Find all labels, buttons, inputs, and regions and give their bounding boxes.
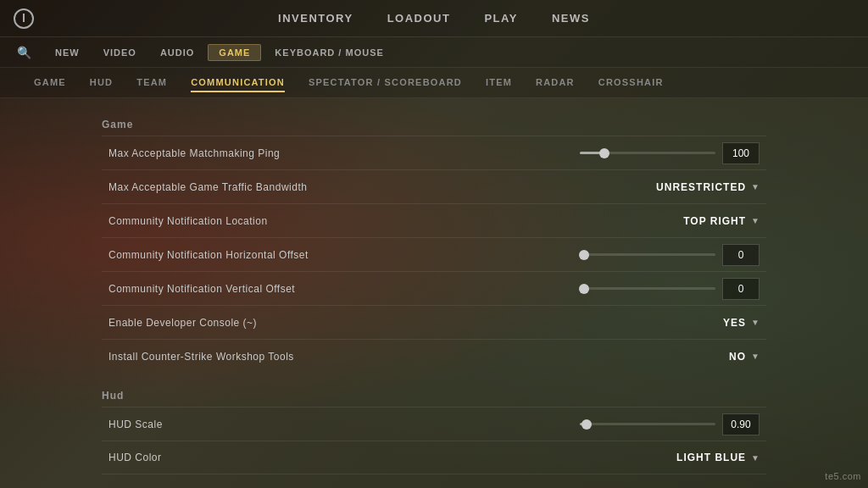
developer-console-value: YES <box>723 317 746 329</box>
filter-video[interactable]: VIDEO <box>93 45 147 60</box>
hud-color-label: HUD Color <box>108 452 162 463</box>
matchmaking-ping-track[interactable] <box>580 152 715 154</box>
filter-audio[interactable]: AUDIO <box>150 45 204 60</box>
workshop-tools-value: NO <box>729 351 746 363</box>
hud-scale-control: 0.90 <box>580 413 760 435</box>
chevron-down-icon-4: ▼ <box>751 352 760 361</box>
notification-vertical-offset-track[interactable] <box>580 287 715 290</box>
row-notification-location: Community Notification Location TOP RIGH… <box>102 203 766 237</box>
matchmaking-ping-control: 100 <box>580 142 760 164</box>
notification-location-label: Community Notification Location <box>108 215 268 227</box>
row-hud-color: HUD Color LIGHT BLUE ▼ <box>102 441 766 474</box>
notification-horizontal-offset-value: 0 <box>722 244 760 266</box>
traffic-bandwidth-control[interactable]: UNRESTRICTED ▼ <box>656 181 760 193</box>
notification-location-control[interactable]: TOP RIGHT ▼ <box>683 215 760 227</box>
developer-console-label: Enable Developer Console (~) <box>108 317 257 329</box>
filter-keyboard-mouse[interactable]: KEYBOARD / MOUSE <box>264 45 393 60</box>
notification-horizontal-offset-label: Community Notification Horizontal Offset <box>108 249 309 261</box>
notification-vertical-offset-thumb[interactable] <box>579 284 589 294</box>
chevron-down-icon-3: ▼ <box>751 318 760 327</box>
hud-scale-value: 0.90 <box>722 413 760 435</box>
row-developer-console: Enable Developer Console (~) YES ▼ <box>102 305 766 339</box>
filter-game[interactable]: GAME <box>208 44 261 61</box>
filter-bar: 🔍 NEW VIDEO AUDIO GAME KEYBOARD / MOUSE <box>0 37 868 68</box>
hud-color-value: LIGHT BLUE <box>676 452 746 463</box>
search-icon[interactable]: 🔍 <box>17 46 31 59</box>
nav-news[interactable]: NEWS <box>552 8 590 28</box>
tab-spectator-scoreboard[interactable]: SPECTATOR / SCOREBOARD <box>309 74 462 92</box>
filter-new[interactable]: NEW <box>45 45 90 60</box>
row-notification-vertical-offset: Community Notification Vertical Offset 0 <box>102 271 766 305</box>
notification-horizontal-offset-thumb[interactable] <box>579 250 589 260</box>
section-hud-label: Hud <box>102 390 766 402</box>
workshop-tools-label: Install Counter-Strike Workshop Tools <box>108 351 294 363</box>
section-game-label: Game <box>102 119 766 130</box>
matchmaking-ping-value: 100 <box>722 142 760 164</box>
tab-game[interactable]: GAME <box>34 74 66 92</box>
developer-console-control[interactable]: YES ▼ <box>723 317 760 329</box>
main-content: INVENTORY LOADOUT PLAY NEWS 🔍 NEW VIDEO … <box>0 0 868 488</box>
hud-scale-thumb[interactable] <box>581 419 592 430</box>
notification-horizontal-offset-control: 0 <box>580 244 760 266</box>
hud-scale-track[interactable] <box>580 423 715 425</box>
row-notification-horizontal-offset: Community Notification Horizontal Offset… <box>102 237 766 271</box>
traffic-bandwidth-label: Max Acceptable Game Traffic Bandwidth <box>108 181 307 193</box>
tab-radar[interactable]: RADAR <box>536 74 575 92</box>
tab-crosshair[interactable]: CROSSHAIR <box>598 74 664 92</box>
nav-inventory[interactable]: INVENTORY <box>278 8 353 28</box>
chevron-down-icon-2: ▼ <box>751 216 760 225</box>
row-traffic-bandwidth: Max Acceptable Game Traffic Bandwidth UN… <box>102 169 766 203</box>
row-workshop-tools: Install Counter-Strike Workshop Tools NO… <box>102 339 766 373</box>
traffic-bandwidth-value: UNRESTRICTED <box>656 181 746 193</box>
top-navigation: INVENTORY LOADOUT PLAY NEWS <box>0 0 868 37</box>
power-button[interactable] <box>14 8 34 29</box>
nav-play[interactable]: PLAY <box>484 8 517 28</box>
notification-horizontal-offset-track[interactable] <box>580 253 715 256</box>
notification-location-value: TOP RIGHT <box>683 215 746 227</box>
settings-area: Game Max Acceptable Matchmaking Ping 100… <box>0 98 868 488</box>
tab-item[interactable]: ITEM <box>486 74 512 92</box>
matchmaking-ping-label: Max Acceptable Matchmaking Ping <box>108 147 280 159</box>
notification-vertical-offset-control: 0 <box>580 278 760 300</box>
hud-scale-label: HUD Scale <box>108 419 163 430</box>
row-matchmaking-ping: Max Acceptable Matchmaking Ping 100 <box>102 136 766 169</box>
nav-links-list: INVENTORY LOADOUT PLAY NEWS <box>278 8 590 28</box>
tab-communication[interactable]: COMMUNICATION <box>191 74 285 92</box>
tab-hud[interactable]: HUD <box>90 74 113 92</box>
notification-vertical-offset-value: 0 <box>722 278 760 300</box>
row-hud-scale: HUD Scale 0.90 <box>102 407 766 441</box>
tab-team[interactable]: TEAM <box>136 74 167 92</box>
hud-color-control[interactable]: LIGHT BLUE ▼ <box>676 452 760 463</box>
chevron-down-icon-5: ▼ <box>751 453 760 463</box>
matchmaking-ping-thumb[interactable] <box>599 148 609 158</box>
chevron-down-icon: ▼ <box>751 182 760 191</box>
notification-vertical-offset-label: Community Notification Vertical Offset <box>108 283 295 295</box>
settings-tabs: GAME HUD TEAM COMMUNICATION SPECTATOR / … <box>0 68 868 98</box>
workshop-tools-control[interactable]: NO ▼ <box>729 351 760 363</box>
nav-loadout[interactable]: LOADOUT <box>387 8 451 28</box>
